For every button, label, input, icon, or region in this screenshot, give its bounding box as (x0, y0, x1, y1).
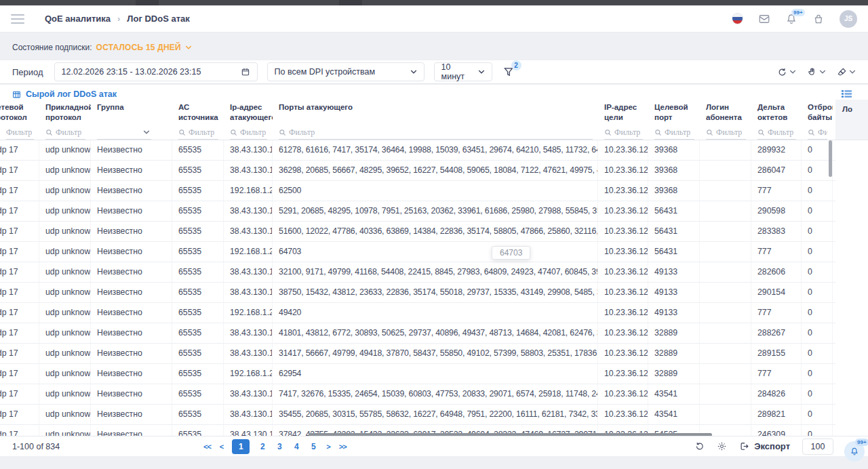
page-number[interactable]: 4 (292, 442, 300, 451)
bell-icon[interactable]: 99+ (785, 13, 797, 25)
table-row[interactable]: udp 17 udp unknown Неизвестно 65535 38.4… (0, 222, 868, 242)
floating-notifications-button[interactable]: 99+ (844, 441, 865, 462)
cell-subscriber-login (700, 222, 751, 241)
subscription-label: Состояние подписки: (12, 43, 92, 52)
column-header-group[interactable]: Группа (91, 102, 172, 113)
hamburger-menu-icon[interactable] (11, 14, 24, 24)
active-filters-count-badge: 2 (511, 60, 521, 70)
broom-icon (837, 67, 847, 77)
cell-app-protocol: udp unknown (39, 140, 91, 160)
undo-icon[interactable] (694, 441, 705, 451)
breadcrumb-qoe-analytics[interactable]: QoE аналитика (45, 14, 111, 24)
column-header-attacker-ports[interactable]: Порты атакующего (273, 102, 598, 113)
cell-network-protocol: udp 17 (0, 384, 39, 404)
column-header-subscriber-login[interactable]: Логин абонента (700, 102, 751, 123)
cell-target-ip: 10.23.36.121 (598, 384, 648, 404)
table-row[interactable]: udp 17 udp unknown Неизвестно 65535 38.4… (0, 262, 868, 283)
page-size-select[interactable]: 100 (802, 439, 833, 455)
cell-target-ip: 10.23.36.121 (598, 242, 648, 262)
chevron-down-icon[interactable] (185, 45, 192, 50)
cell-group: Неизвестно (91, 323, 172, 343)
gear-icon[interactable] (717, 441, 727, 451)
cell-target-port: 56431 (648, 242, 700, 262)
table-row[interactable]: udp 17 udp unknown Неизвестно 65535 192.… (0, 242, 868, 262)
filter-app-protocol[interactable]: Фильтр (39, 123, 91, 140)
column-header-app-protocol[interactable]: Прикладной протокол (39, 102, 91, 123)
cell-network-protocol: udp 17 (0, 323, 39, 343)
filter-network-protocol[interactable]: Фильтр (0, 123, 39, 140)
column-header-network-protocol[interactable]: Сетевой протокол (0, 102, 39, 123)
filter-funnel-button[interactable]: 2 (503, 64, 518, 79)
page-number[interactable]: 3 (275, 442, 283, 451)
subscription-value[interactable]: ОСТАЛОСЬ 15 ДНЕЙ (96, 43, 181, 52)
filter-attacker-ip[interactable]: Фильтр (224, 123, 273, 140)
refresh-dropdown-button[interactable] (777, 67, 796, 77)
basket-icon[interactable] (812, 13, 825, 25)
cell-attacker-ports: 62500 (273, 181, 598, 201)
period-range-input[interactable]: 12.02.2026 23:15 - 13.02.2026 23:15 (54, 62, 258, 81)
table-row[interactable]: udp 17 udp unknown Неизвестно 65535 38.4… (0, 140, 868, 161)
cell-attacker-ports: 41801, 43812, 6772, 30893, 50625, 29737,… (273, 323, 598, 343)
clear-dropdown-button[interactable] (837, 67, 856, 77)
interval-select-value: 10 минут (441, 62, 473, 81)
cell-subscriber-login (700, 283, 751, 302)
page-number[interactable]: 1 (232, 439, 250, 454)
pinned-column-header[interactable]: Ло (835, 100, 868, 140)
cell-subscriber-login (700, 140, 751, 160)
table-row[interactable]: udp 17 udp unknown Неизвестно 65535 38.4… (0, 323, 868, 344)
filter-target-port[interactable]: Фильтр (648, 123, 700, 140)
cell-value-tooltip: 64703 (492, 246, 530, 260)
table-row[interactable]: udp 17 udp unknown Неизвестно 65535 192.… (0, 364, 868, 384)
column-header-target-port[interactable]: Целевой порт (648, 102, 700, 123)
user-avatar[interactable]: JS (840, 10, 857, 28)
page-prev-arrow[interactable]: < (220, 443, 223, 451)
table-row[interactable]: udp 17 udp unknown Неизвестно 65535 38.4… (0, 405, 868, 425)
table-row[interactable]: udp 17 udp unknown Неизвестно 65535 38.4… (0, 283, 868, 303)
mail-icon[interactable] (758, 13, 770, 25)
export-button[interactable]: Экспорт (739, 441, 790, 451)
cell-app-protocol: udp unknown (39, 364, 91, 384)
language-flag-russia-icon[interactable] (732, 13, 743, 24)
table-row[interactable]: udp 17 udp unknown Неизвестно 65535 38.4… (0, 344, 868, 364)
cell-target-ip: 10.23.36.121 (598, 222, 648, 241)
filter-group-select[interactable] (91, 123, 172, 140)
column-header-target-ip[interactable]: IP-адрес цели (598, 102, 648, 123)
app-window: QoE аналитика › Лог DDoS атак 99+ JS Сос… (0, 0, 868, 469)
page-number[interactable]: 2 (258, 442, 267, 451)
column-header-dropped-bytes[interactable]: Отброшенные байты (802, 102, 833, 123)
table-row[interactable]: udp 17 udp unknown Неизвестно 65535 192.… (0, 181, 868, 201)
column-header-octet-delta[interactable]: Дельта октетов (751, 102, 802, 123)
table-row[interactable]: udp 17 udp unknown Неизвестно 65535 38.4… (0, 161, 868, 181)
filter-dropped-bytes[interactable]: Фильтр (802, 123, 833, 140)
page-next-arrow[interactable]: > (326, 443, 330, 451)
pan-mode-dropdown-button[interactable] (807, 67, 826, 77)
cell-octet-delta: 288267 (751, 323, 802, 343)
filter-source-as[interactable]: Фильтр (172, 123, 224, 140)
cell-network-protocol: udp 17 (0, 222, 39, 241)
filter-attacker-ports[interactable]: Фильтр (273, 123, 598, 140)
dpi-device-select[interactable]: По всем DPI устройствам (267, 62, 425, 81)
filter-target-ip[interactable]: Фильтр (598, 123, 648, 140)
cell-dropped-bytes: 0 (802, 344, 833, 363)
filter-subscriber-login[interactable]: Фильтр (700, 123, 751, 140)
column-header-attacker-ip[interactable]: Ip-адрес атакующего (224, 102, 273, 123)
page-number[interactable]: 5 (309, 442, 317, 451)
cell-source-as: 65535 (172, 425, 224, 436)
vertical-scrollbar-thumb[interactable] (829, 140, 832, 177)
cell-dropped-bytes: 0 (802, 283, 833, 302)
page-next-arrow[interactable]: >> (339, 443, 347, 451)
column-header-source-as[interactable]: АС источника (172, 102, 224, 123)
filter-octet-delta[interactable]: Фильтр (751, 123, 802, 140)
table-row[interactable]: udp 17 udp unknown Неизвестно 65535 38.4… (0, 201, 868, 222)
browser-tab (136, 0, 159, 5)
column-chooser-icon[interactable] (842, 89, 852, 98)
table-row[interactable]: udp 17 udp unknown Неизвестно 65535 38.4… (0, 384, 868, 405)
page-prev-arrow[interactable]: << (203, 443, 211, 451)
horizontal-scrollbar-thumb[interactable] (309, 433, 712, 436)
cell-attacker-ip: 38.43.130.175 (224, 140, 273, 160)
table-row[interactable]: udp 17 udp unknown Неизвестно 65535 192.… (0, 303, 868, 323)
cell-octet-delta: 777 (751, 364, 802, 384)
cell-source-as: 65535 (172, 283, 224, 302)
interval-select[interactable]: 10 минут (434, 62, 492, 81)
table-title-bar: Сырой лог DDoS атак (0, 85, 868, 100)
